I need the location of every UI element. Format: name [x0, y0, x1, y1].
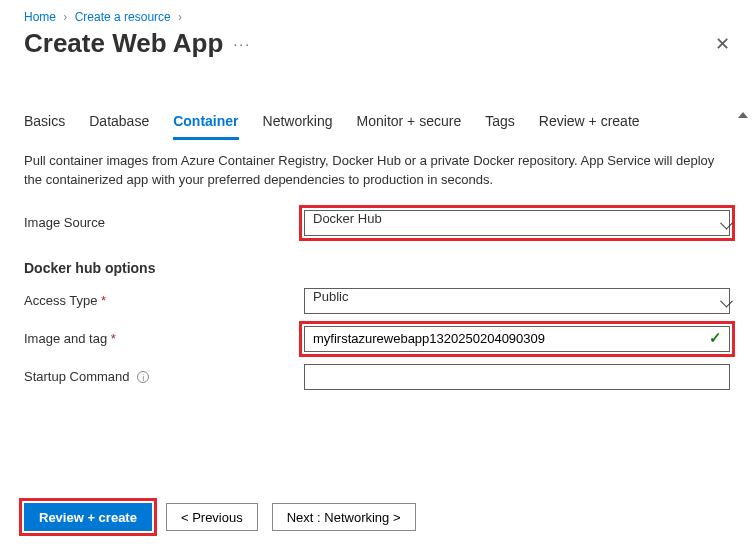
tab-database[interactable]: Database: [89, 107, 149, 140]
label-startup-command: Startup Command i: [24, 369, 304, 384]
section-docker-hub-options: Docker hub options: [24, 260, 730, 276]
tab-monitor[interactable]: Monitor + secure: [357, 107, 462, 140]
row-image-source: Image Source Docker Hub: [24, 210, 730, 236]
breadcrumb-sep: ›: [63, 10, 67, 24]
row-image-and-tag: Image and tag * ✓: [24, 326, 730, 352]
breadcrumb-sep: ›: [178, 10, 182, 24]
breadcrumb: Home › Create a resource ›: [0, 0, 754, 28]
previous-button[interactable]: < Previous: [166, 503, 258, 531]
more-icon[interactable]: ···: [233, 36, 251, 52]
breadcrumb-create-resource[interactable]: Create a resource: [75, 10, 171, 24]
tab-basics[interactable]: Basics: [24, 107, 65, 140]
row-startup-command: Startup Command i: [24, 364, 730, 390]
required-icon: *: [111, 331, 116, 346]
info-icon[interactable]: i: [137, 371, 149, 383]
input-image-and-tag[interactable]: [304, 326, 730, 352]
footer-bar: Review + create < Previous Next : Networ…: [0, 485, 754, 549]
tab-container[interactable]: Container: [173, 107, 238, 140]
tab-bar: Basics Database Container Networking Mon…: [24, 95, 730, 140]
close-icon[interactable]: ✕: [715, 33, 730, 55]
select-access-type[interactable]: Public: [304, 288, 730, 314]
label-image-and-tag: Image and tag *: [24, 331, 304, 346]
page-title: Create Web App: [24, 28, 223, 59]
label-image-source: Image Source: [24, 215, 304, 230]
row-access-type: Access Type * Public: [24, 288, 730, 314]
label-access-type: Access Type *: [24, 293, 304, 308]
next-button[interactable]: Next : Networking >: [272, 503, 416, 531]
input-startup-command[interactable]: [304, 364, 730, 390]
breadcrumb-home[interactable]: Home: [24, 10, 56, 24]
select-image-source[interactable]: Docker Hub: [304, 210, 730, 236]
content-area: Basics Database Container Networking Mon…: [0, 95, 754, 479]
tab-tags[interactable]: Tags: [485, 107, 515, 140]
required-icon: *: [101, 293, 106, 308]
description-text: Pull container images from Azure Contain…: [24, 152, 724, 190]
tab-review[interactable]: Review + create: [539, 107, 640, 140]
review-create-button[interactable]: Review + create: [24, 503, 152, 531]
tab-networking[interactable]: Networking: [263, 107, 333, 140]
page-header: Create Web App ··· ✕: [0, 28, 754, 79]
